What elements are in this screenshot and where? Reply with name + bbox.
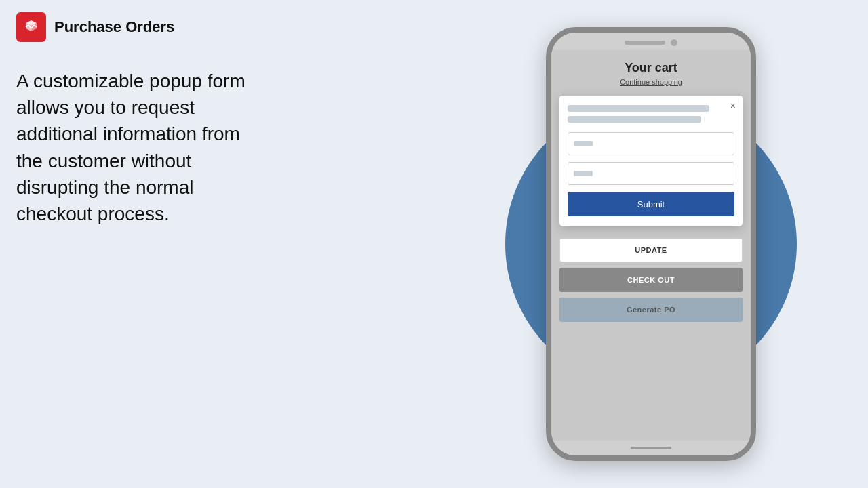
popup-close-button[interactable]: × <box>730 101 736 110</box>
notch-camera <box>671 39 677 46</box>
home-bar <box>631 447 671 449</box>
generate-po-button[interactable]: Generate PO <box>559 298 743 322</box>
checkout-button[interactable]: CHECK OUT <box>559 268 743 292</box>
popup-text-bar-1 <box>568 105 709 112</box>
update-button[interactable]: UPDATE <box>559 238 743 262</box>
submit-button[interactable]: Submit <box>568 192 734 216</box>
phone-home-indicator <box>551 441 751 455</box>
cart-buttons: UPDATE CHECK OUT Generate PO <box>559 238 743 322</box>
popup-input-2[interactable] <box>568 162 734 185</box>
popup-input-1[interactable] <box>568 132 734 155</box>
cart-title: Your cart <box>625 61 677 75</box>
logo-icon <box>16 12 46 42</box>
input-placeholder-2 <box>574 171 593 176</box>
notch-bar <box>625 41 665 45</box>
popup-modal: × Submit <box>559 96 743 226</box>
continue-shopping-link[interactable]: Continue shopping <box>620 78 682 86</box>
phone-mockup: Your cart Continue shopping × Submit UPD… <box>546 27 756 461</box>
left-content: A customizable popup form allows you to … <box>16 68 247 227</box>
phone-notch <box>551 33 751 50</box>
app-title: Purchase Orders <box>54 18 174 36</box>
input-placeholder-1 <box>574 141 593 146</box>
popup-text-bar-2 <box>568 116 701 123</box>
description-text: A customizable popup form allows you to … <box>16 68 247 227</box>
phone-screen: Your cart Continue shopping × Submit UPD… <box>551 50 751 441</box>
right-area: Your cart Continue shopping × Submit UPD… <box>454 0 848 488</box>
